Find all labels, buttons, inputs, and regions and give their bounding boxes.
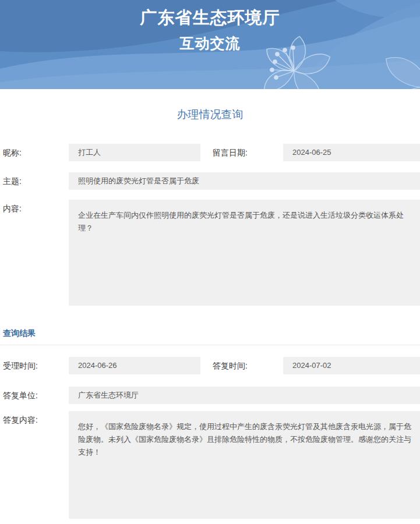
query-form: 昵称: 打工人 留言日期: 2024-06-25 主题: 照明使用的废荧光灯管是…	[0, 144, 420, 519]
reply-content-label: 答复内容:	[0, 411, 69, 429]
page-title: 办理情况查询	[0, 108, 420, 121]
section-divider	[0, 345, 420, 345]
message-date-label: 留言日期:	[210, 144, 283, 161]
nickname-label: 昵称:	[0, 144, 69, 161]
page-header: 广东省生态环境厅 互动交流	[0, 0, 420, 89]
reply-time-field[interactable]: 2024-07-02	[283, 357, 420, 374]
subject-field[interactable]: 照明使用的废荧光灯管是否属于危废	[69, 172, 420, 190]
row-accept-reply-time: 受理时间: 2024-06-26 答复时间: 2024-07-02	[0, 357, 420, 374]
row-reply-unit: 答复单位: 广东省生态环境厅	[0, 387, 420, 404]
nickname-field[interactable]: 打工人	[69, 144, 200, 161]
reply-time-label: 答复时间:	[210, 357, 283, 374]
row-reply-content: 答复内容: 您好，《国家危险废物名录》规定，使用过程中产生的废含汞荧光灯管及其他…	[0, 411, 420, 519]
accept-time-label: 受理时间:	[0, 357, 69, 374]
row-content: 内容: 企业在生产车间内仅作照明使用的废荧光灯管是否属于危废，还是说进入生活垃圾…	[0, 200, 420, 306]
row-subject: 主题: 照明使用的废荧光灯管是否属于危废	[0, 172, 420, 190]
reply-unit-field[interactable]: 广东省生态环境厅	[69, 387, 420, 404]
result-section-heading: 查询结果	[0, 327, 420, 339]
reply-unit-label: 答复单位:	[0, 387, 69, 404]
accept-time-field[interactable]: 2024-06-26	[69, 357, 200, 374]
site-subtitle: 互动交流	[0, 36, 420, 51]
header-titles: 广东省生态环境厅 互动交流	[0, 0, 420, 51]
subject-label: 主题:	[0, 172, 69, 190]
reply-content-field[interactable]: 您好，《国家危险废物名录》规定，使用过程中产生的废含汞荧光灯管及其他废含汞电光源…	[69, 411, 420, 519]
content-label: 内容:	[0, 200, 69, 217]
message-date-field[interactable]: 2024-06-25	[283, 144, 420, 161]
content-field[interactable]: 企业在生产车间内仅作照明使用的废荧光灯管是否属于危废，还是说进入生活垃圾分类收运…	[69, 200, 420, 306]
site-title: 广东省生态环境厅	[0, 9, 420, 26]
row-nickname-date: 昵称: 打工人 留言日期: 2024-06-25	[0, 144, 420, 161]
